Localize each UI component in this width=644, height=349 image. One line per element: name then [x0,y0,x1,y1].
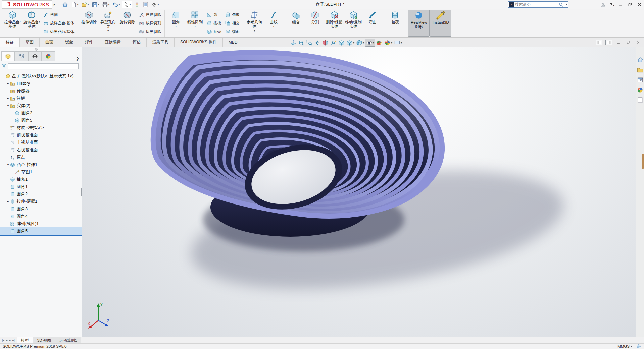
tree-item-材质-<未指定>[interactable]: 材质 <未指定> [0,124,82,131]
tab-MBD[interactable]: MBD [223,38,244,47]
tree-item-盘子-(默认<<默认>_显示状态-1>)[interactable]: 盘子 (默认<<默认>_显示状态 1>) [0,72,82,80]
props-button[interactable] [142,1,150,8]
magarea-view-button[interactable] [305,39,313,47]
doc-tab-模型[interactable]: 模型 [17,337,33,343]
sceneball-view-button[interactable]: ▾ [384,39,393,47]
tree-item-前视基准面[interactable]: 前视基准面 [0,131,82,139]
prevview-view-button[interactable] [313,39,321,47]
tab-钣金[interactable]: 钣金 [59,38,79,47]
tree-item-传感器[interactable]: 传感器 [0,87,82,95]
tree-item-圆角3[interactable]: 圆角3 [0,205,82,213]
vieworient-view-button[interactable]: ▾ [355,39,365,47]
tree-item-阵列(线性)1[interactable]: 阵列(线性)1 [0,220,82,227]
normalto-view-button[interactable] [289,39,297,47]
tab-渲染工具[interactable]: 渲染工具 [147,38,175,47]
ribbon-button[interactable]: 拔模 [205,19,222,27]
print-button[interactable]: ▾ [101,1,111,8]
tab-焊件[interactable]: 焊件 [79,38,99,47]
user-account-icon[interactable] [600,1,607,8]
taskpane-custom-properties[interactable] [637,97,644,104]
ribbon-button[interactable]: 边界切除 [138,27,162,36]
tree-item-圆角2[interactable]: 圆角2 [0,190,82,198]
tree-item-圆角5[interactable]: 圆角5 [0,117,82,124]
taskpane-home[interactable] [637,56,644,63]
ribbon-button[interactable]: 线性阵列▾ [186,10,204,37]
tree-expander-icon[interactable]: ▸ [6,200,10,203]
ribbon-button[interactable]: 删除/保留实体 [325,10,344,37]
home-button[interactable] [61,1,69,8]
panel-expand-arrow[interactable]: ❯ [76,56,79,61]
tree-item-抽壳1[interactable]: 抽壳1 [0,176,82,183]
pointer-button[interactable]: ▾ [122,1,132,8]
tab-曲面[interactable]: 曲面 [40,38,59,47]
tree-item-圆角5[interactable]: 圆角5 [0,227,82,235]
expand-right-pane-button[interactable] [605,40,612,45]
web-help-icon[interactable] [635,343,642,349]
ribbon-button[interactable]: 镜向 [224,27,241,36]
tree-item-上视基准面[interactable]: 上视基准面 [0,139,82,146]
tree-item-右视基准面[interactable]: 右视基准面 [0,146,82,154]
ribbon-button[interactable]: 分割 [306,10,325,37]
page-button[interactable]: ▾ [70,1,80,8]
viewcube-view-button[interactable] [338,39,345,47]
eye-view-button[interactable]: ▾ [365,39,375,47]
ribbon-button[interactable]: 组合 [287,10,305,37]
tree-item-草图1[interactable]: 草图1 [0,168,82,176]
displaymanager-tab[interactable] [42,51,55,61]
command-search[interactable]: » 搜索命令 ▾ [508,1,568,8]
ribbon-button[interactable]: 异型孔向导▾ [99,10,117,37]
tree-filter-input[interactable] [8,63,79,69]
search-caret-icon[interactable]: ▾ [566,3,567,6]
dimxpertmanager-tab[interactable] [28,51,42,61]
help-button[interactable]: ?▾ [609,2,614,7]
rollback-bar[interactable] [0,235,82,236]
doc-restore-button[interactable] [625,39,632,46]
tree-item-凸台-拉伸1[interactable]: ▾凸台-拉伸1 [0,161,82,168]
ribbon-button[interactable]: 相交 [224,19,241,27]
doc-tab-3D-视图[interactable]: 3D 视图 [33,337,55,343]
tab-草图[interactable]: 草图 [20,38,40,47]
graphics-viewport[interactable]: Y X Z [82,47,644,337]
search-icon[interactable] [558,1,564,8]
last-tab-arrow[interactable]: ▸| [12,339,15,342]
ribbon-button[interactable]: 放样切割 [138,19,162,27]
prev-tab-arrow[interactable]: ◂ [6,339,8,342]
tree-item-拉伸-薄壁1[interactable]: ▸拉伸-薄壁1 [0,198,82,205]
tree-item-圆角1[interactable]: 圆角1 [0,183,82,190]
tree-expander-icon[interactable]: ▾ [6,104,10,107]
tree-item-实体(2)[interactable]: ▾实体(2) [0,102,82,109]
ribbon-button[interactable]: 边界凸台/基体 [42,27,75,36]
collapse-left-pane-button[interactable] [596,40,602,45]
doc-close-button[interactable] [635,39,641,46]
taskpane-file-explorer[interactable] [637,76,644,83]
monitor-view-button[interactable]: ▾ [393,39,403,47]
ribbon-button[interactable]: 旋转切除 [118,10,137,37]
first-tab-arrow[interactable]: |◂ [2,339,4,342]
open-button[interactable]: ▾ [80,1,90,8]
ballpencil-view-button[interactable] [376,39,383,47]
ribbon-button[interactable]: 包覆 [386,10,404,37]
ribbon-button[interactable]: 拉伸切除 [80,10,98,37]
tree-item-圆角2[interactable]: 圆角2 [0,109,82,117]
tree-item-注解[interactable]: ▸A注解 [0,95,82,102]
tree-item-圆角4[interactable]: 圆角4 [0,213,82,220]
ribbon-button[interactable]: 移动/复制实体 [344,10,363,37]
tree-expander-icon[interactable]: ▾ [6,163,10,166]
configurationmanager-tab[interactable] [15,51,28,61]
ribbon-button[interactable]: 扫描切除 [138,11,162,19]
ribbon-button[interactable]: 拉伸凸台/基体 [3,10,22,37]
task-pane-grip[interactable] [642,154,644,169]
tree-item-原点[interactable]: 原点 [0,154,82,161]
panel-splitter-handle[interactable] [35,48,38,51]
ribbon-button[interactable]: 圆角▾ [166,10,185,37]
tab-特征[interactable]: 特征 [0,38,20,47]
doc-minimize-button[interactable] [615,39,622,46]
tree-expander-icon[interactable]: ▸ [6,97,10,100]
ribbon-button[interactable]: 旋转凸台/基体 [22,10,41,37]
tab-直接编辑[interactable]: 直接编辑 [99,38,127,47]
ribbon-button[interactable]: RealView 图形 [408,10,430,37]
doc-tab-nav[interactable]: |◂ ◂ ▸ ▸| [0,337,17,343]
ribbon-button[interactable]: 弯曲 [363,10,382,37]
ribbon-button[interactable]: 曲线▾ [264,10,283,37]
undo-button[interactable]: ▾ [111,1,121,8]
